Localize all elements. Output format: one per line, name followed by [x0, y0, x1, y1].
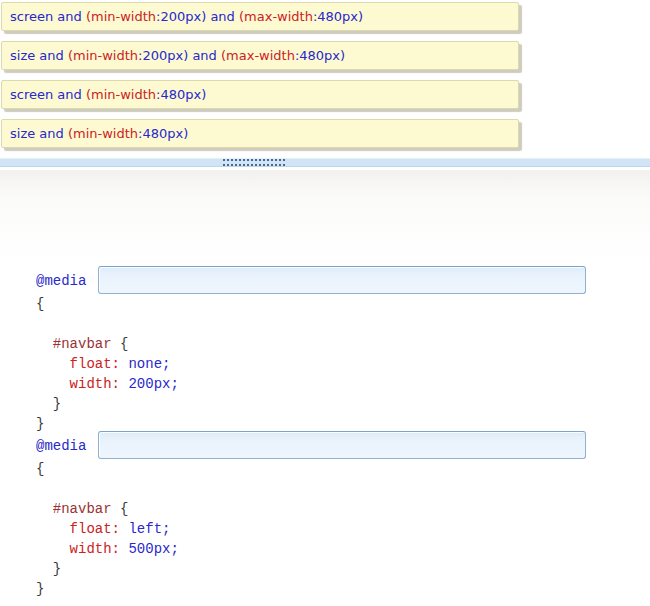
code-token: (min-width: [68, 126, 138, 141]
draggable-option[interactable]: screen and (min-width:200px) and (max-wi…: [1, 2, 519, 31]
code-line: @media: [36, 269, 650, 294]
draggable-option[interactable]: size and (min-width:200px) and (max-widt…: [1, 41, 519, 70]
code-line: #navbar {: [36, 499, 650, 519]
code-token: {: [112, 336, 129, 352]
media-query-drop-target[interactable]: [98, 266, 586, 294]
code-line: [36, 314, 650, 334]
code-token: none;: [128, 356, 170, 372]
code-token: (min-width: [86, 9, 156, 24]
code-token: }: [36, 416, 44, 432]
code-token: #navbar: [53, 336, 112, 352]
code-token: (min-width: [86, 87, 156, 102]
code-token: #navbar: [53, 501, 112, 517]
draggable-options-panel: screen and (min-width:200px) and (max-wi…: [0, 0, 650, 148]
code-token: float:: [70, 521, 120, 537]
code-line: float: none;: [36, 354, 650, 374]
code-line: {: [36, 294, 650, 314]
code-token: :480px): [156, 87, 206, 102]
css-code-block: @media { #navbar { float: none; width: 2…: [36, 269, 650, 599]
code-token: width:: [70, 376, 120, 392]
code-token: :200px) and: [138, 48, 221, 63]
code-token: [36, 336, 53, 352]
code-token: float:: [70, 356, 120, 372]
code-token: [36, 501, 53, 517]
code-token: :480px): [138, 126, 188, 141]
media-query-drop-target[interactable]: [98, 431, 586, 459]
code-line: }: [36, 559, 650, 579]
code-token: 500px;: [128, 541, 178, 557]
code-token: @media: [36, 273, 95, 289]
code-token: {: [112, 501, 129, 517]
splitter-grip-icon[interactable]: [223, 159, 285, 166]
code-line: }: [36, 394, 650, 414]
code-token: @media: [36, 438, 95, 454]
code-token: :200px) and: [156, 9, 239, 24]
code-line: #navbar {: [36, 334, 650, 354]
code-line: {: [36, 459, 650, 479]
code-token: [36, 356, 70, 372]
code-token: screen and: [10, 87, 86, 102]
code-line: width: 200px;: [36, 374, 650, 394]
code-token: :480px): [313, 9, 363, 24]
code-token: size and: [10, 126, 68, 141]
code-line: @media: [36, 434, 650, 459]
code-token: (max-width: [239, 9, 313, 24]
code-token: [36, 541, 70, 557]
code-token: {: [36, 296, 44, 312]
code-token: [36, 521, 70, 537]
pane-splitter[interactable]: [0, 158, 650, 167]
draggable-option[interactable]: screen and (min-width:480px): [1, 80, 519, 109]
code-line: [36, 479, 650, 499]
code-line: }: [36, 579, 650, 599]
code-token: :480px): [295, 48, 345, 63]
code-line: width: 500px;: [36, 539, 650, 559]
code-token: }: [36, 581, 44, 597]
code-token: }: [36, 396, 61, 412]
code-token: (max-width: [221, 48, 295, 63]
code-editor-pane: @media { #navbar { float: none; width: 2…: [0, 170, 650, 606]
draggable-option[interactable]: size and (min-width:480px): [1, 119, 519, 148]
code-token: size and: [10, 48, 68, 63]
code-token: width:: [70, 541, 120, 557]
code-token: }: [36, 561, 61, 577]
code-token: screen and: [10, 9, 86, 24]
code-line: float: left;: [36, 519, 650, 539]
code-token: left;: [128, 521, 170, 537]
code-token: {: [36, 461, 44, 477]
code-token: [36, 376, 70, 392]
code-token: 200px;: [128, 376, 178, 392]
code-token: (min-width: [68, 48, 138, 63]
